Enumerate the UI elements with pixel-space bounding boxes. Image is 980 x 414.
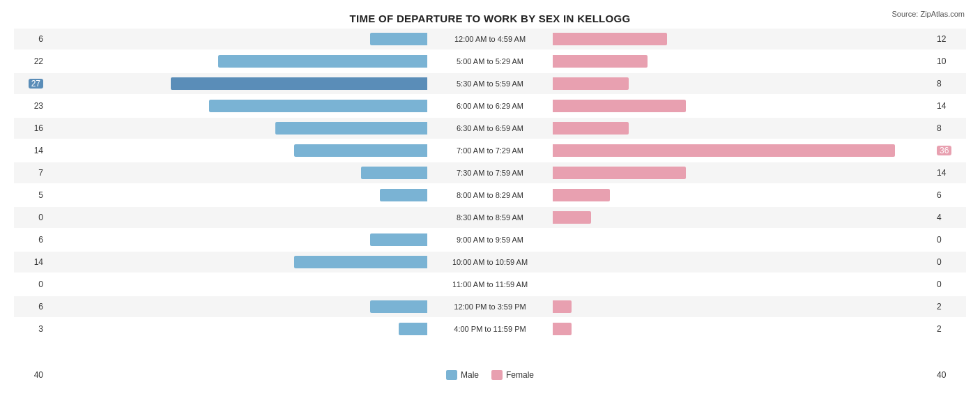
female-bar-wrap bbox=[553, 77, 933, 90]
legend-container: Male Female bbox=[47, 370, 933, 380]
chart-container: TIME OF DEPARTURE TO WORK BY SEX IN KELL… bbox=[0, 0, 980, 414]
male-bar-wrap bbox=[47, 211, 427, 224]
female-bar-wrap bbox=[553, 278, 933, 291]
left-value: 5 bbox=[14, 190, 47, 200]
bars-section: 12:00 AM to 4:59 AM bbox=[47, 29, 933, 49]
male-bar bbox=[370, 33, 427, 45]
right-value: 0 bbox=[933, 235, 966, 245]
axis-row: 40 Male Female 40 bbox=[14, 367, 966, 383]
female-bar bbox=[553, 55, 648, 68]
chart-row: 147:00 AM to 7:29 AM36 bbox=[14, 140, 966, 161]
bars-section: 7:30 AM to 7:59 AM bbox=[47, 162, 933, 183]
male-bar-wrap bbox=[47, 323, 427, 335]
legend-female-label: Female bbox=[506, 370, 534, 380]
chart-row: 77:30 AM to 7:59 AM14 bbox=[14, 162, 966, 183]
bars-section: 8:00 AM to 8:29 AM bbox=[47, 185, 933, 206]
male-bar bbox=[294, 256, 427, 268]
female-bar-wrap bbox=[553, 122, 933, 135]
male-bar bbox=[209, 100, 427, 112]
male-bar-wrap bbox=[47, 167, 427, 179]
right-value: 6 bbox=[933, 190, 966, 200]
bars-section: 7:00 AM to 7:29 AM bbox=[47, 140, 933, 161]
bars-section: 5:30 AM to 5:59 AM bbox=[47, 73, 933, 94]
male-bar-wrap bbox=[47, 189, 427, 201]
time-label: 5:00 AM to 5:29 AM bbox=[427, 57, 553, 66]
time-label: 12:00 PM to 3:59 PM bbox=[427, 302, 553, 311]
male-bar-wrap bbox=[47, 100, 427, 112]
right-value: 2 bbox=[933, 324, 966, 334]
chart-row: 1410:00 AM to 10:59 AM0 bbox=[14, 252, 966, 273]
chart-row: 011:00 AM to 11:59 AM0 bbox=[14, 274, 966, 295]
right-value: 14 bbox=[933, 168, 966, 178]
bars-section: 5:00 AM to 5:29 AM bbox=[47, 51, 933, 72]
chart-row: 225:00 AM to 5:29 AM10 bbox=[14, 51, 966, 72]
male-bar bbox=[380, 189, 427, 201]
chart-row: 236:00 AM to 6:29 AM14 bbox=[14, 95, 966, 116]
time-label: 4:00 PM to 11:59 PM bbox=[427, 325, 553, 333]
female-bar-wrap bbox=[553, 211, 933, 224]
male-bar-wrap bbox=[47, 33, 427, 45]
time-label: 8:30 AM to 8:59 AM bbox=[427, 213, 553, 222]
time-label: 6:30 AM to 6:59 AM bbox=[427, 124, 553, 132]
right-value: 12 bbox=[933, 34, 966, 44]
male-bar bbox=[275, 122, 427, 135]
male-bar bbox=[370, 233, 427, 246]
female-bar bbox=[553, 300, 572, 313]
time-label: 8:00 AM to 8:29 AM bbox=[427, 191, 553, 199]
left-value: 22 bbox=[14, 56, 47, 66]
female-bar-wrap bbox=[553, 256, 933, 268]
time-label: 6:00 AM to 6:29 AM bbox=[427, 102, 553, 110]
female-bar-wrap bbox=[553, 189, 933, 201]
left-value: 27 bbox=[14, 79, 47, 89]
chart-row: 275:30 AM to 5:59 AM8 bbox=[14, 73, 966, 94]
left-value: 6 bbox=[14, 302, 47, 312]
bars-section: 9:00 AM to 9:59 AM bbox=[47, 229, 933, 250]
female-bar bbox=[553, 167, 686, 179]
left-value: 7 bbox=[14, 168, 47, 178]
bars-section: 12:00 PM to 3:59 PM bbox=[47, 296, 933, 317]
bars-section: 8:30 AM to 8:59 AM bbox=[47, 207, 933, 228]
bars-section: 4:00 PM to 11:59 PM bbox=[47, 319, 933, 339]
chart-row: 612:00 AM to 4:59 AM12 bbox=[14, 29, 966, 49]
male-bar bbox=[370, 300, 427, 313]
male-bar-wrap bbox=[47, 77, 427, 90]
chart-row: 69:00 AM to 9:59 AM0 bbox=[14, 229, 966, 250]
male-bar-wrap bbox=[47, 256, 427, 268]
legend-female-box bbox=[491, 370, 503, 380]
female-bar-wrap bbox=[553, 100, 933, 112]
female-bar-wrap bbox=[553, 144, 933, 157]
female-bar bbox=[553, 122, 629, 135]
chart-row: 34:00 PM to 11:59 PM2 bbox=[14, 319, 966, 339]
bars-section: 11:00 AM to 11:59 AM bbox=[47, 274, 933, 295]
chart-row: 612:00 PM to 3:59 PM2 bbox=[14, 296, 966, 317]
left-value: 3 bbox=[14, 324, 47, 334]
legend-male: Male bbox=[446, 370, 479, 380]
female-bar bbox=[553, 323, 572, 335]
time-label: 10:00 AM to 10:59 AM bbox=[427, 258, 553, 266]
chart-title: TIME OF DEPARTURE TO WORK BY SEX IN KELL… bbox=[14, 13, 966, 24]
right-value: 0 bbox=[933, 279, 966, 289]
female-bar-wrap bbox=[553, 233, 933, 246]
male-bar bbox=[361, 167, 427, 179]
female-bar-wrap bbox=[553, 300, 933, 313]
legend: Male Female bbox=[446, 370, 534, 380]
male-bar bbox=[399, 323, 427, 335]
male-bar bbox=[171, 77, 427, 90]
male-bar-wrap bbox=[47, 144, 427, 157]
female-bar bbox=[553, 189, 610, 201]
male-bar-wrap bbox=[47, 55, 427, 68]
left-value: 16 bbox=[14, 123, 47, 133]
female-bar bbox=[553, 144, 895, 157]
male-bar bbox=[218, 55, 427, 68]
bars-section: 6:30 AM to 6:59 AM bbox=[47, 118, 933, 139]
time-label: 7:30 AM to 7:59 AM bbox=[427, 169, 553, 177]
left-value: 14 bbox=[14, 146, 47, 155]
male-bar-wrap bbox=[47, 233, 427, 246]
chart-row: 58:00 AM to 8:29 AM6 bbox=[14, 185, 966, 206]
legend-male-box bbox=[446, 370, 457, 380]
legend-female: Female bbox=[491, 370, 534, 380]
left-value: 0 bbox=[14, 279, 47, 289]
male-bar bbox=[294, 144, 427, 157]
chart-area: 612:00 AM to 4:59 AM12225:00 AM to 5:29 … bbox=[14, 29, 966, 364]
female-bar-wrap bbox=[553, 33, 933, 45]
